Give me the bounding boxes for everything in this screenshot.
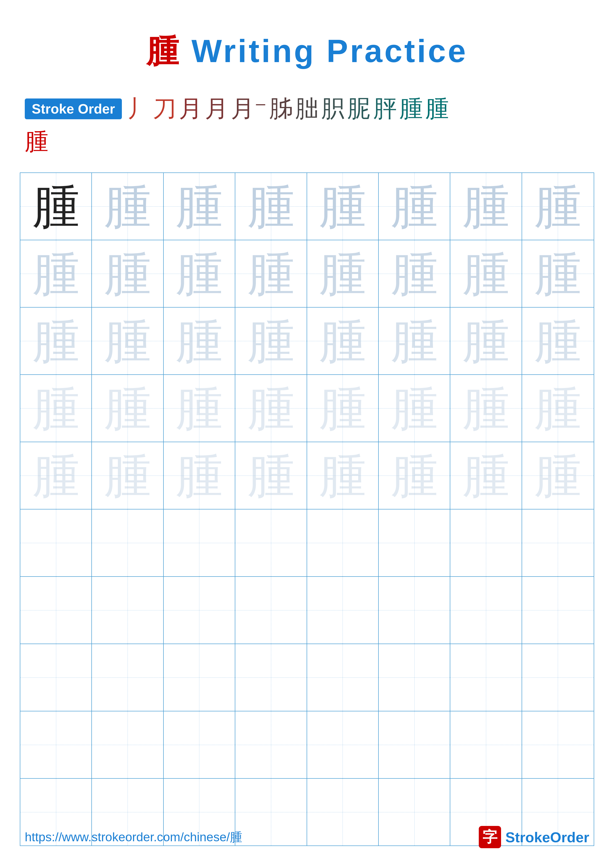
grid-cell-2-6[interactable]: 腫	[379, 240, 450, 307]
footer: https://www.strokeorder.com/chinese/腫 字 …	[0, 826, 614, 848]
grid-cell-7-3[interactable]	[164, 577, 235, 643]
grid-cell-3-7[interactable]: 腫	[450, 308, 522, 374]
grid-cell-1-7[interactable]: 腫	[450, 173, 522, 240]
grid-cell-6-6[interactable]	[379, 510, 450, 576]
grid-cell-5-3[interactable]: 腫	[164, 442, 235, 509]
stroke-order-section: Stroke Order 丿 刀 月 月 月⁻ 胏 胐 胑 胒 胓 腫 腫	[25, 93, 614, 125]
grid-cell-8-1[interactable]	[20, 644, 92, 711]
stroke-11: 腫	[399, 93, 423, 125]
grid-cell-8-3[interactable]	[164, 644, 235, 711]
grid-cell-7-2[interactable]	[92, 577, 163, 643]
page-title: 腫 Writing Practice	[0, 0, 614, 73]
stroke-10: 胓	[373, 93, 397, 125]
grid-cell-2-3[interactable]: 腫	[164, 240, 235, 307]
stroke-7: 胐	[295, 93, 319, 125]
grid-cell-5-7[interactable]: 腫	[450, 442, 522, 509]
grid-cell-2-8[interactable]: 腫	[522, 240, 594, 307]
grid-cell-7-7[interactable]	[450, 577, 522, 643]
grid-cell-6-2[interactable]	[92, 510, 163, 576]
stroke-8: 胑	[321, 93, 345, 125]
grid-cell-1-2[interactable]: 腫	[92, 173, 163, 240]
grid-cell-9-4[interactable]	[235, 711, 307, 778]
stroke-4: 月	[205, 93, 229, 125]
grid-cell-7-4[interactable]	[235, 577, 307, 643]
stroke-2: 刀	[153, 93, 176, 125]
grid-cell-7-5[interactable]	[307, 577, 379, 643]
grid-cell-6-3[interactable]	[164, 510, 235, 576]
stroke-order-line2: 腫	[25, 126, 614, 158]
grid-cell-4-4[interactable]: 腫	[235, 375, 307, 442]
grid-cell-3-4[interactable]: 腫	[235, 308, 307, 374]
grid-cell-7-6[interactable]	[379, 577, 450, 643]
logo-text: StrokeOrder	[505, 829, 589, 845]
grid-cell-3-2[interactable]: 腫	[92, 308, 163, 374]
grid-cell-1-5[interactable]: 腫	[307, 173, 379, 240]
grid-cell-3-1[interactable]: 腫	[20, 308, 92, 374]
grid-cell-4-3[interactable]: 腫	[164, 375, 235, 442]
title-text: Writing Practice	[191, 33, 468, 69]
grid-cell-3-3[interactable]: 腫	[164, 308, 235, 374]
footer-url[interactable]: https://www.strokeorder.com/chinese/腫	[25, 829, 242, 845]
grid-cell-8-6[interactable]	[379, 644, 450, 711]
grid-cell-9-5[interactable]	[307, 711, 379, 778]
grid-row-3: 腫 腫 腫 腫 腫 腫 腫 腫	[20, 308, 594, 375]
grid-cell-5-2[interactable]: 腫	[92, 442, 163, 509]
grid-cell-7-1[interactable]	[20, 577, 92, 643]
stroke-9: 胒	[347, 93, 371, 125]
grid-cell-5-6[interactable]: 腫	[379, 442, 450, 509]
grid-cell-9-1[interactable]	[20, 711, 92, 778]
grid-row-9	[20, 711, 594, 779]
grid-cell-9-6[interactable]	[379, 711, 450, 778]
grid-cell-9-7[interactable]	[450, 711, 522, 778]
grid-cell-6-4[interactable]	[235, 510, 307, 576]
grid-cell-6-1[interactable]	[20, 510, 92, 576]
grid-cell-8-8[interactable]	[522, 644, 594, 711]
stroke-1: 丿	[127, 93, 150, 125]
grid-cell-4-2[interactable]: 腫	[92, 375, 163, 442]
grid-cell-4-7[interactable]: 腫	[450, 375, 522, 442]
grid-cell-6-7[interactable]	[450, 510, 522, 576]
grid-cell-1-3[interactable]: 腫	[164, 173, 235, 240]
grid-row-1: 腫 腫 腫 腫 腫 腫 腫 腫	[20, 173, 594, 240]
grid-cell-9-8[interactable]	[522, 711, 594, 778]
grid-cell-9-2[interactable]	[92, 711, 163, 778]
footer-logo: 字 StrokeOrder	[479, 826, 589, 848]
stroke-order-badge: Stroke Order	[25, 98, 122, 119]
grid-cell-4-6[interactable]: 腫	[379, 375, 450, 442]
grid-cell-6-8[interactable]	[522, 510, 594, 576]
grid-cell-2-7[interactable]: 腫	[450, 240, 522, 307]
grid-cell-3-8[interactable]: 腫	[522, 308, 594, 374]
practice-grid: 腫 腫 腫 腫 腫 腫 腫 腫 腫 腫 腫 腫 腫 腫 腫 腫 腫 腫 腫 腫 …	[20, 172, 594, 846]
grid-cell-8-5[interactable]	[307, 644, 379, 711]
grid-cell-5-4[interactable]: 腫	[235, 442, 307, 509]
grid-row-6	[20, 510, 594, 577]
grid-cell-1-6[interactable]: 腫	[379, 173, 450, 240]
grid-row-5: 腫 腫 腫 腫 腫 腫 腫 腫	[20, 442, 594, 510]
grid-cell-5-5[interactable]: 腫	[307, 442, 379, 509]
grid-cell-3-6[interactable]: 腫	[379, 308, 450, 374]
grid-cell-4-1[interactable]: 腫	[20, 375, 92, 442]
grid-cell-3-5[interactable]: 腫	[307, 308, 379, 374]
stroke-12: 腫	[425, 93, 449, 125]
grid-cell-8-4[interactable]	[235, 644, 307, 711]
stroke-final: 腫	[25, 128, 48, 154]
grid-cell-6-5[interactable]	[307, 510, 379, 576]
grid-cell-8-7[interactable]	[450, 644, 522, 711]
grid-cell-1-4[interactable]: 腫	[235, 173, 307, 240]
grid-cell-8-2[interactable]	[92, 644, 163, 711]
grid-cell-9-3[interactable]	[164, 711, 235, 778]
grid-cell-2-5[interactable]: 腫	[307, 240, 379, 307]
grid-row-4: 腫 腫 腫 腫 腫 腫 腫 腫	[20, 375, 594, 442]
grid-cell-7-8[interactable]	[522, 577, 594, 643]
grid-cell-5-1[interactable]: 腫	[20, 442, 92, 509]
grid-cell-2-1[interactable]: 腫	[20, 240, 92, 307]
grid-cell-1-1[interactable]: 腫	[20, 173, 92, 240]
grid-cell-2-2[interactable]: 腫	[92, 240, 163, 307]
grid-cell-4-5[interactable]: 腫	[307, 375, 379, 442]
grid-cell-4-8[interactable]: 腫	[522, 375, 594, 442]
stroke-6: 胏	[269, 93, 293, 125]
grid-cell-1-8[interactable]: 腫	[522, 173, 594, 240]
grid-cell-2-4[interactable]: 腫	[235, 240, 307, 307]
grid-cell-5-8[interactable]: 腫	[522, 442, 594, 509]
stroke-3: 月	[179, 93, 202, 125]
